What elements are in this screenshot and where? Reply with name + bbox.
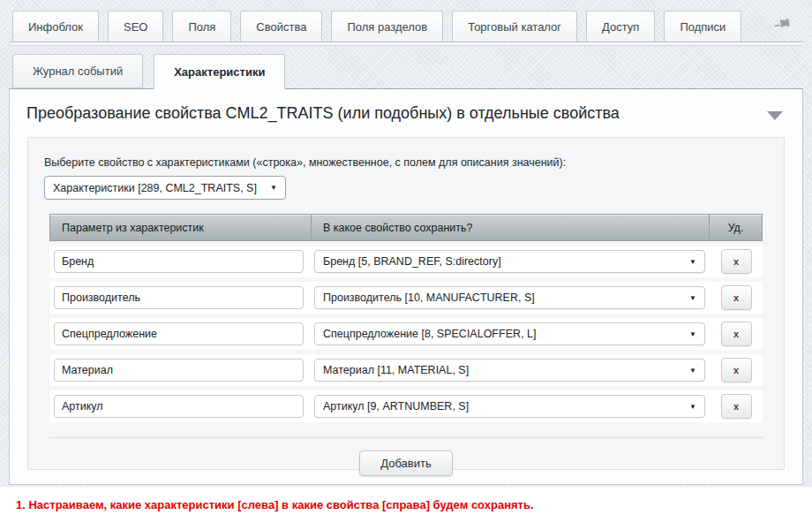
dropdown-arrow-icon: ▼ [689, 294, 696, 302]
mapping-table: Параметр из характеристик В какое свойст… [49, 214, 763, 422]
add-row-button[interactable]: Добавить [359, 450, 452, 476]
select-value: Бренд [5, BRAND_REF, S:directory] [323, 255, 501, 268]
delete-row-button[interactable]: x [721, 322, 752, 346]
tab-characteristics[interactable]: Характеристики [154, 54, 285, 89]
instruction-note: 1. Настраиваем, какие характеристики [сл… [16, 498, 812, 511]
collapse-arrow-icon[interactable] [767, 111, 783, 120]
table-row: Производитель [10, MANUFACTURER, S] ▼ x [49, 282, 763, 314]
dropdown-arrow-icon: ▼ [689, 403, 696, 411]
primary-tab-bar: Инфоблок SEO Поля Свойства Поля разделов… [0, 0, 812, 42]
param-input[interactable] [54, 250, 304, 273]
pin-icon[interactable] [771, 12, 796, 37]
header-param-column: Параметр из характеристик [50, 222, 311, 234]
target-property-select[interactable]: Спецпредложение [8, SPECIALOFFER, L] ▼ [314, 322, 705, 345]
settings-form: Выберите свойство с характеристиками («с… [27, 137, 785, 470]
select-value: Производитель [10, MANUFACTURER, S] [323, 292, 535, 304]
choose-property-label: Выберите свойство с характеристиками («с… [44, 156, 768, 169]
target-property-select[interactable]: Материал [11, MATERIAL, S] ▼ [314, 359, 705, 382]
tab-access[interactable]: Доступ [586, 11, 655, 42]
secondary-tab-bar: Журнал событий Характеристики [0, 46, 812, 88]
tab-section-fields[interactable]: Поля разделов [331, 11, 443, 42]
table-row: Материал [11, MATERIAL, S] ▼ x [49, 354, 763, 386]
delete-row-button[interactable]: x [721, 285, 752, 310]
param-input[interactable] [54, 286, 304, 309]
tab-seo[interactable]: SEO [108, 11, 163, 42]
table-row: Бренд [5, BRAND_REF, S:directory] ▼ x [49, 246, 763, 277]
delete-row-button[interactable]: x [721, 249, 752, 274]
admin-workspace: Инфоблок SEO Поля Свойства Поля разделов… [0, 0, 812, 487]
dropdown-arrow-icon: ▼ [689, 330, 696, 338]
tab-event-log[interactable]: Журнал событий [12, 54, 143, 88]
tab-properties[interactable]: Свойства [240, 11, 322, 42]
tab-captions[interactable]: Подписи [664, 11, 741, 42]
select-value: Материал [11, MATERIAL, S] [323, 364, 469, 376]
param-input[interactable] [54, 359, 304, 382]
target-property-select[interactable]: Бренд [5, BRAND_REF, S:directory] ▼ [314, 250, 705, 273]
target-property-select[interactable]: Артикул [9, ARTNUMBER, S] ▼ [314, 395, 705, 418]
param-input[interactable] [54, 395, 304, 418]
delete-row-button[interactable]: x [721, 394, 752, 419]
dropdown-arrow-icon: ▼ [270, 184, 277, 192]
header-delete-column: Уд. [709, 215, 762, 240]
select-value: Спецпредложение [8, SPECIALOFFER, L] [323, 328, 536, 340]
select-value: Артикул [9, ARTNUMBER, S] [323, 400, 469, 413]
characteristics-panel: Преобразование свойства CML2_TRAITS (или… [9, 88, 803, 485]
header-target-column: В какое свойство сохранить? [311, 215, 709, 240]
select-value: Характеристики [289, CML2_TRAITS, S] [53, 182, 257, 194]
dropdown-arrow-icon: ▼ [689, 258, 696, 266]
target-property-select[interactable]: Производитель [10, MANUFACTURER, S] ▼ [314, 286, 705, 309]
table-row: Артикул [9, ARTNUMBER, S] ▼ x [49, 390, 763, 422]
form-divider [49, 437, 763, 438]
dropdown-arrow-icon: ▼ [689, 367, 696, 375]
param-input[interactable] [54, 322, 304, 345]
tab-fields[interactable]: Поля [172, 11, 231, 42]
panel-header: Преобразование свойства CML2_TRAITS (или… [10, 89, 802, 132]
instruction-area: 1. Настраиваем, какие характеристики [сл… [0, 487, 812, 530]
page-title: Преобразование свойства CML2_TRAITS (или… [26, 104, 620, 123]
table-header-row: Параметр из характеристик В какое свойст… [49, 214, 763, 241]
source-property-select[interactable]: Характеристики [289, CML2_TRAITS, S] ▼ [44, 176, 286, 200]
tab-trade-catalog[interactable]: Торговый каталог [452, 11, 577, 42]
delete-row-button[interactable]: x [721, 358, 752, 382]
tab-infoblock[interactable]: Инфоблок [12, 11, 99, 42]
table-row: Спецпредложение [8, SPECIALOFFER, L] ▼ x [49, 318, 763, 350]
